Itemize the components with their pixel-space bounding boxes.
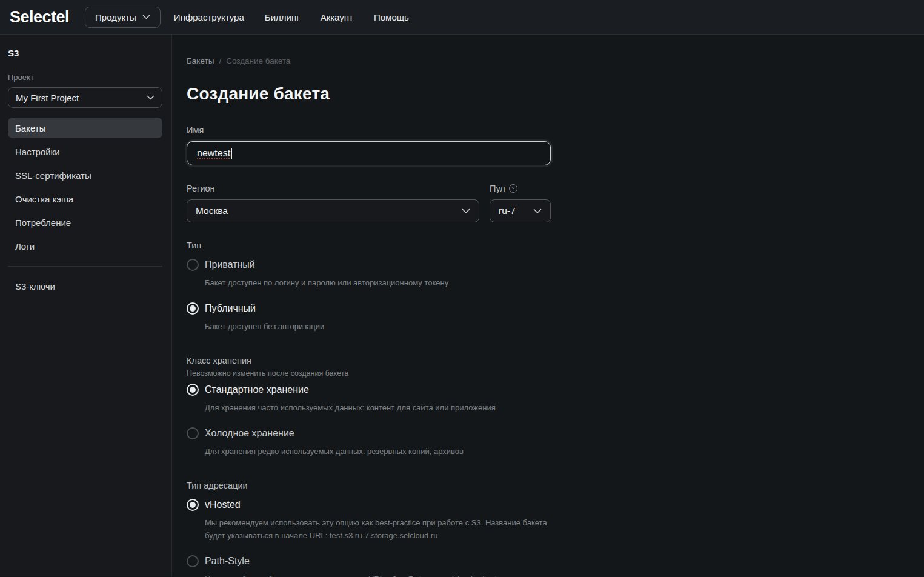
breadcrumb-separator: / bbox=[219, 56, 221, 65]
nav-item-billing[interactable]: Биллинг bbox=[265, 12, 300, 22]
products-menu-label: Продукты bbox=[95, 12, 136, 22]
type-group: Тип Приватный Бакет доступен по логину и… bbox=[187, 241, 924, 338]
chevron-down-icon bbox=[147, 95, 155, 100]
radio-description: Мы рекомендуем использовать эту опцию ка… bbox=[205, 516, 568, 542]
radio-description: Для хранения часто используемых данных: … bbox=[205, 401, 496, 414]
nav-item-account[interactable]: Аккаунт bbox=[321, 12, 353, 22]
radio-label: vHosted bbox=[205, 499, 568, 511]
region-select-value: Москва bbox=[196, 205, 228, 216]
pool-label-text: Пул bbox=[490, 184, 505, 193]
selectel-logo[interactable]: Selectel bbox=[10, 8, 69, 27]
radio-label: Path-Style bbox=[205, 555, 497, 567]
sidebar-divider bbox=[8, 266, 162, 267]
pool-select[interactable]: ru-7 bbox=[490, 199, 551, 222]
nav-item-help[interactable]: Помощь bbox=[374, 12, 409, 22]
radio-option-private[interactable]: Приватный Бакет доступен по логину и пар… bbox=[187, 259, 924, 294]
sidebar-item-consumption[interactable]: Потребление bbox=[8, 212, 162, 233]
radio-icon[interactable] bbox=[187, 427, 199, 439]
text-caret bbox=[231, 148, 232, 159]
radio-icon[interactable] bbox=[187, 259, 199, 271]
bucket-name-input[interactable]: newtest bbox=[187, 141, 551, 165]
sidebar-title: S3 bbox=[8, 48, 162, 58]
sidebar-item-label: Очистка кэша bbox=[15, 194, 73, 204]
sidebar-item-label: SSL-сертификаты bbox=[15, 170, 91, 181]
radio-icon[interactable] bbox=[187, 384, 199, 396]
project-select-value: My First Project bbox=[16, 93, 79, 103]
radio-label: Приватный bbox=[205, 259, 448, 271]
breadcrumb-current: Создание бакета bbox=[226, 56, 290, 65]
type-group-label: Тип bbox=[187, 241, 924, 250]
radio-option-vhosted[interactable]: vHosted Мы рекомендуем использовать эту … bbox=[187, 499, 924, 547]
nav-item-infrastructure[interactable]: Инфраструктура bbox=[174, 12, 244, 22]
project-select[interactable]: My First Project bbox=[8, 87, 162, 108]
bucket-name-value: newtest bbox=[197, 148, 230, 159]
radio-option-cold-storage[interactable]: Холодное хранение Для хранения редко исп… bbox=[187, 427, 924, 462]
storage-class-group: Класс хранения Невозможно изменить после… bbox=[187, 356, 924, 462]
breadcrumb: Бакеты / Создание бакета bbox=[187, 56, 924, 65]
radio-option-standard-storage[interactable]: Стандартное хранение Для хранения часто … bbox=[187, 384, 924, 419]
radio-icon[interactable] bbox=[187, 499, 199, 511]
sidebar-item-buckets[interactable]: Бакеты bbox=[8, 118, 162, 138]
sidebar-item-label: Потребление bbox=[15, 218, 71, 228]
pool-field-label: Пул ? bbox=[490, 184, 551, 193]
sidebar: S3 Проект My First Project Бакеты Настро… bbox=[0, 35, 172, 576]
radio-label: Стандартное хранение bbox=[205, 384, 496, 396]
radio-label: Публичный bbox=[205, 302, 324, 315]
breadcrumb-buckets-link[interactable]: Бакеты bbox=[187, 56, 214, 65]
sidebar-item-s3-keys[interactable]: S3-ключи bbox=[8, 276, 162, 296]
chevron-down-icon bbox=[533, 208, 542, 214]
radio-description: Для хранения редко используемых данных: … bbox=[205, 445, 464, 458]
sidebar-item-cache-purge[interactable]: Очистка кэша bbox=[8, 188, 162, 209]
sidebar-item-label: Бакеты bbox=[15, 123, 45, 133]
radio-icon[interactable] bbox=[187, 302, 199, 315]
name-field-label: Имя bbox=[187, 125, 924, 135]
sidebar-item-label: Настройки bbox=[15, 147, 60, 157]
page-title: Создание бакета bbox=[187, 84, 924, 104]
project-label: Проект bbox=[8, 73, 162, 82]
help-icon[interactable]: ? bbox=[509, 184, 517, 193]
radio-icon[interactable] bbox=[187, 555, 199, 567]
region-select[interactable]: Москва bbox=[187, 199, 479, 222]
chevron-down-icon bbox=[142, 15, 150, 19]
addressing-group: Тип адресации vHosted Мы рекомендуем исп… bbox=[187, 481, 924, 577]
storage-class-label: Класс хранения bbox=[187, 356, 924, 365]
sidebar-item-label: S3-ключи bbox=[15, 281, 55, 292]
radio-description: Бакет доступен без авторизации bbox=[205, 320, 324, 333]
sidebar-item-label: Логи bbox=[15, 241, 35, 252]
sidebar-item-ssl-certificates[interactable]: SSL-сертификаты bbox=[8, 165, 162, 185]
sidebar-nav: Бакеты Настройки SSL-сертификаты Очистка… bbox=[8, 118, 162, 256]
chevron-down-icon bbox=[462, 208, 470, 214]
radio-label: Холодное хранение bbox=[205, 427, 464, 439]
top-navigation: Инфраструктура Биллинг Аккаунт Помощь bbox=[174, 12, 409, 22]
radio-description: Название бакета будет указываться в конц… bbox=[205, 573, 497, 577]
radio-description: Бакет доступен по логину и паролю или ав… bbox=[205, 276, 448, 289]
region-field-label: Регион bbox=[187, 184, 479, 193]
topbar: Selectel Продукты Инфраструктура Биллинг… bbox=[0, 0, 924, 35]
addressing-group-label: Тип адресации bbox=[187, 481, 924, 490]
products-menu-button[interactable]: Продукты bbox=[85, 7, 161, 28]
radio-option-public[interactable]: Публичный Бакет доступен без авторизации bbox=[187, 302, 924, 338]
main-content: Бакеты / Создание бакета Создание бакета… bbox=[172, 35, 924, 576]
storage-class-note: Невозможно изменить после создания бакет… bbox=[187, 369, 924, 378]
pool-select-value: ru-7 bbox=[499, 205, 516, 216]
sidebar-item-settings[interactable]: Настройки bbox=[8, 141, 162, 162]
radio-option-path-style[interactable]: Path-Style Название бакета будет указыва… bbox=[187, 555, 924, 577]
sidebar-item-logs[interactable]: Логи bbox=[8, 236, 162, 256]
